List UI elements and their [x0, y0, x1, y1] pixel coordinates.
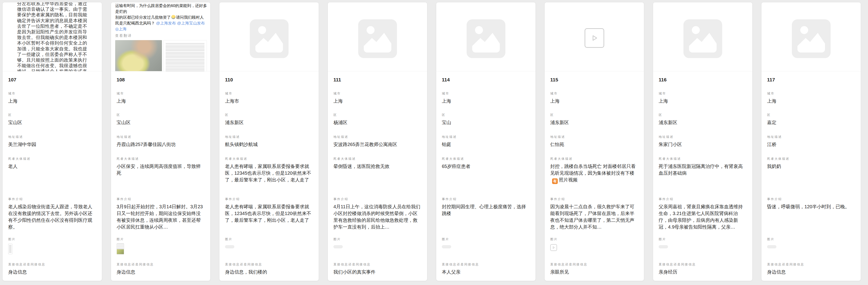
- field-label-image: 图片: [117, 237, 205, 241]
- field-value-event: 因为凌晨十二点自杀，很久救护车来了可能看到现场死了，尸体留在原地，后来半夜也不知…: [550, 203, 638, 230]
- field-city: 城市 上海: [8, 92, 96, 105]
- field-value-deceased: 我奶奶: [767, 163, 855, 170]
- field-direct: 直接信息还是间接信息 身边信息: [117, 262, 205, 276]
- record-card[interactable]: 111 城市 上海 区 杨浦区 地址描述 安波路265弄兰花教师公寓南区 死者大…: [328, 2, 427, 281]
- field-district: 区 浦东新区: [659, 113, 747, 126]
- field-city: 城市 上海: [659, 92, 747, 105]
- card-id: 116: [659, 77, 747, 82]
- field-label-image: 图片: [659, 237, 747, 241]
- field-event: 事件介绍 封控期间因生理、心理上极度痛苦，选择跳楼: [442, 197, 530, 237]
- card-content: 117 城市 上海 区 嘉定 地址描述 江桥 死者大体描述 我奶奶 事件介绍 昏…: [762, 71, 861, 276]
- weibo-attached-images: [115, 40, 207, 71]
- record-card[interactable]: 115 城市 上海 区 浦东新区 地址描述 仁怡苑 死者大体描述 封控，跳楼自杀…: [545, 2, 644, 281]
- screenshot-text-line: 致去世。但我能确实的是本楼洞和: [17, 35, 88, 40]
- field-label-city: 城市: [8, 92, 96, 96]
- card-cover: 运输有时间，为什么跟居委会的60的菜能到，还好多是烂的别的区都已经分发过几批物资…: [111, 2, 210, 71]
- record-card[interactable]: 117 城市 上海 区 嘉定 地址描述 江桥 死者大体描述 我奶奶 事件介绍 昏…: [761, 2, 861, 281]
- record-card[interactable]: 116 城市 上海 区 浦东新区 地址描述 朱家门小区 死者大体描述 死于浦东医…: [653, 2, 752, 281]
- field-label-city: 城市: [117, 92, 205, 96]
- card-cover: [328, 2, 427, 71]
- field-value-event: 老人患有哮喘，家属联系居委报备要求就医，12345也表示尽快，但是120依然来不…: [225, 203, 313, 224]
- field-label-direct: 直接信息还是间接信息: [767, 262, 855, 266]
- play-icon: [589, 33, 599, 43]
- field-value-district: 宝山区: [8, 119, 96, 126]
- record-card[interactable]: 110 城市 上海市 区 浦东新区 地址描述 航头镇鹤沙航城 死者大体描述 老人…: [219, 2, 319, 281]
- field-value-city: 上海: [117, 98, 205, 105]
- field-label-direct: 直接信息还是间接信息: [225, 262, 313, 266]
- field-label-district: 区: [659, 113, 747, 117]
- field-value-deceased: 老人患有哮喘，家属联系居委报备要求就医，12345也表示尽快，但是120依然来不…: [225, 163, 313, 183]
- field-direct: 直接信息还是间接信息 本人父亲: [442, 262, 530, 276]
- field-value-event: 昏迷，呼吸微弱，120半小时到，已晚。: [767, 203, 855, 210]
- field-image: 图片: [8, 237, 96, 262]
- field-address: 地址描述 江桥: [767, 135, 855, 148]
- field-label-deceased: 死者大体描述: [767, 157, 855, 161]
- field-label-city: 城市: [225, 92, 313, 96]
- field-image: 图片: [659, 237, 747, 262]
- field-label-district: 区: [767, 113, 855, 117]
- field-label-event: 事件介绍: [117, 197, 205, 201]
- record-card[interactable]: 114 城市 上海 区 宝山 地址描述 铂庭 死者大体描述 65岁癌症患者 事件…: [436, 2, 536, 281]
- squared-you-badge-icon: 有: [552, 178, 558, 184]
- field-value-direct: 身边信息，我们楼的: [225, 269, 313, 276]
- field-label-district: 区: [8, 113, 96, 117]
- field-direct: 直接信息还是间接信息 亲身经历: [659, 262, 747, 276]
- field-value-deceased: 死于浦东医院新冠隔离治疗中，有肾衰高血压封基础病: [659, 163, 747, 177]
- gallery-card-row: 分左右联系上中华西居委会，通过微信语音确认了这一事实。由于需要保护患者家属的隐私…: [0, 0, 868, 281]
- field-event: 事件介绍 因为凌晨十二点自杀，很久救护车来了可能看到现场死了，尸体留在原地，后来…: [550, 197, 638, 237]
- field-value-address: 朱家门小区: [659, 141, 747, 148]
- field-district: 区 杨浦区: [333, 113, 422, 126]
- field-label-city: 城市: [659, 92, 747, 96]
- record-card[interactable]: 运输有时间，为什么跟居委会的60的菜能到，还好多是烂的别的区都已经分发过几批物资…: [111, 2, 211, 281]
- field-label-address: 地址描述: [225, 135, 313, 139]
- field-label-district: 区: [550, 113, 638, 117]
- field-label-event: 事件介绍: [333, 197, 422, 201]
- weibo-text: 运输有时间，为什么跟居委会的60的菜能到，还好多是烂的: [115, 3, 207, 14]
- translate-link[interactable]: 查看翻译: [115, 34, 207, 38]
- image-thumbnail: [767, 245, 776, 248]
- crying-face-emoji: [171, 15, 176, 19]
- screenshot-text-line: 微信语音确认了这一事实。由于需: [17, 6, 88, 12]
- card-cover: 分左右联系上中华西居委会，通过微信语音确认了这一事实。由于需要保护患者家属的隐私…: [3, 2, 102, 71]
- field-label-event: 事件介绍: [767, 197, 855, 201]
- field-value-deceased: 封控，跳楼自杀当场死亡 对面楼邻居只看见听见现场情况，因为集体被封没有下楼有照片…: [550, 163, 638, 184]
- field-deceased: 死者大体描述 老人: [8, 157, 96, 197]
- field-label-address: 地址描述: [117, 135, 205, 139]
- field-value-city: 上海: [442, 98, 530, 105]
- card-id: 108: [117, 77, 205, 82]
- field-district: 区 浦东新区: [225, 113, 313, 126]
- field-label-district: 区: [333, 113, 422, 117]
- field-label-event: 事件介绍: [659, 197, 747, 201]
- field-district: 区 宝山: [442, 113, 530, 126]
- field-value-direct: 亲眼所见: [550, 269, 638, 276]
- field-value-address: 铂庭: [442, 141, 530, 148]
- field-label-address: 地址描述: [8, 135, 96, 139]
- card-content: 115 城市 上海 区 浦东新区 地址描述 仁怡苑 死者大体描述 封控，跳楼自杀…: [545, 71, 644, 276]
- card-content: 114 城市 上海 区 宝山 地址描述 铂庭 死者大体描述 65岁癌症患者 事件…: [436, 71, 535, 276]
- field-label-direct: 直接信息还是间接信息: [550, 262, 638, 266]
- record-card[interactable]: 分左右联系上中华西居委会，通过微信语音确认了这一事实。由于需要保护患者家属的隐私…: [2, 2, 102, 281]
- field-city: 城市 上海: [117, 92, 205, 105]
- field-value-deceased: 65岁癌症患者: [442, 163, 530, 170]
- field-label-deceased: 死者大体描述: [442, 157, 530, 161]
- field-value-direct: 本人父亲: [442, 269, 530, 276]
- field-event: 事件介绍 3月9日起开始封控，3月14日解封。3月23日又一轮封控开始，期间这位…: [117, 197, 205, 237]
- card-id: 115: [550, 77, 638, 82]
- field-direct: 直接信息还是间接信息 身边信息: [8, 262, 96, 276]
- field-label-direct: 直接信息还是间接信息: [117, 262, 205, 266]
- screenshot-text-line: 不能做出任何改变。我很遗憾也很: [17, 63, 88, 68]
- field-value-city: 上海: [550, 98, 638, 105]
- field-value-city: 上海: [8, 98, 96, 105]
- field-image: 图片: [117, 237, 205, 262]
- field-value-deceased: 晕倒昏迷，送医院抢救无效: [333, 163, 422, 170]
- field-address: 地址描述 仁怡苑: [550, 135, 638, 148]
- field-district: 区 宝山区: [117, 113, 205, 126]
- image-thumbnail: [550, 244, 557, 251]
- field-label-city: 城市: [550, 92, 638, 96]
- field-address: 地址描述 安波路265弄兰花教师公寓南区: [333, 135, 422, 148]
- cabbage-photo: [115, 40, 162, 71]
- field-city: 城市 上海: [333, 92, 422, 105]
- field-value-direct: 身边信息: [8, 269, 96, 276]
- play-icon: [552, 246, 555, 249]
- field-value-address: 丹霞山路257弄馨佳园八街坊: [117, 141, 205, 148]
